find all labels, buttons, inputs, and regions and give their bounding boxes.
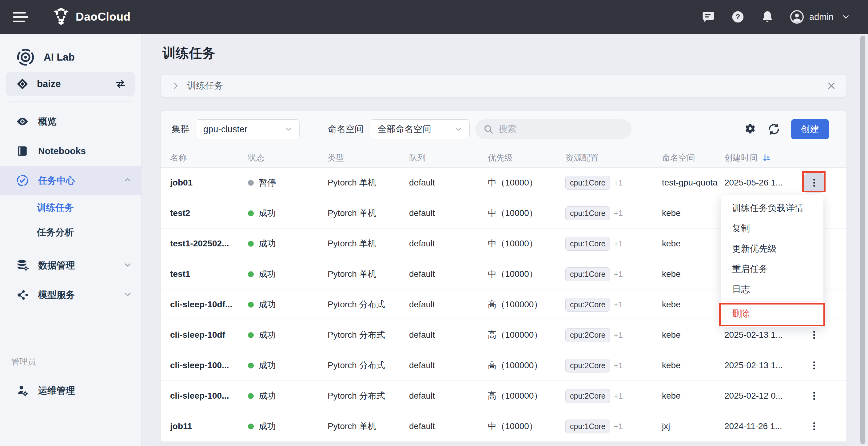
menu-item[interactable]: 训练任务负载详情 xyxy=(721,198,824,218)
status-dot-icon xyxy=(248,423,254,429)
resource-extra-count[interactable]: +1 xyxy=(614,330,623,340)
resource-extra-count[interactable]: +1 xyxy=(614,422,623,431)
eye-icon xyxy=(16,115,29,128)
switch-workspace-icon[interactable] xyxy=(114,77,127,90)
resource-chip: cpu:1Core xyxy=(565,206,610,220)
workspace-switcher[interactable]: baize xyxy=(6,72,135,96)
resource-extra-count[interactable]: +1 xyxy=(614,209,623,218)
row-actions-button[interactable] xyxy=(804,325,824,345)
user-menu[interactable]: admin xyxy=(790,10,852,24)
job-type: Pytorch 单机 xyxy=(328,238,409,250)
resource-extra-count[interactable]: +1 xyxy=(614,391,623,401)
job-name[interactable]: test2 xyxy=(170,208,248,218)
status-text: 成功 xyxy=(259,390,276,402)
sort-desc-icon[interactable] xyxy=(762,153,771,162)
sidebar-item-ops-management[interactable]: 运维管理 xyxy=(0,376,141,405)
chevron-down-icon xyxy=(284,125,292,133)
help-icon[interactable]: ? xyxy=(731,10,745,24)
row-actions-button[interactable] xyxy=(804,173,824,193)
job-created-time: 2025-02-12 0... xyxy=(724,391,796,401)
sidebar-item-training-jobs[interactable]: 训练任务 xyxy=(0,195,141,220)
table-row[interactable]: job01 暂停 Pytorch 单机 default 中（10000） cpu… xyxy=(161,168,846,198)
menu-item[interactable]: 重启任务 xyxy=(721,259,824,279)
resource-extra-count[interactable]: +1 xyxy=(614,300,623,310)
col-created-label: 创建时间 xyxy=(724,152,757,163)
menu-item-delete[interactable]: 删除 xyxy=(721,304,824,324)
feedback-icon[interactable] xyxy=(702,10,715,24)
job-created-time: 2025-02-13 1... xyxy=(724,360,796,370)
resource-extra-count[interactable]: +1 xyxy=(614,239,623,249)
col-created: 创建时间 xyxy=(724,152,796,163)
job-name[interactable]: cli-sleep-100... xyxy=(170,360,248,370)
table-row[interactable]: cli-sleep-100... 成功 Pytorch 分布式 default … xyxy=(161,350,846,381)
workspace-name: baize xyxy=(37,78,114,90)
status-text: 成功 xyxy=(259,359,276,371)
job-priority: 高（100000） xyxy=(488,299,565,310)
job-namespace: test-gpu-quota xyxy=(662,178,724,188)
chevron-down-icon xyxy=(839,10,852,24)
daocloud-cube-icon xyxy=(53,7,71,27)
job-namespace: kebe xyxy=(662,239,724,249)
resource-chip: cpu:1Core xyxy=(565,237,610,251)
menu-item[interactable]: 更新优先级 xyxy=(721,239,824,259)
table-settings-gear-icon[interactable] xyxy=(742,121,758,137)
filter-row: 集群 gpu-cluster 命名空间 全部命名空间 xyxy=(161,111,846,148)
menu-item[interactable]: 日志 xyxy=(721,279,824,299)
notifications-bell-icon[interactable] xyxy=(761,10,774,24)
namespace-label: 命名空间 xyxy=(328,123,364,135)
close-icon[interactable] xyxy=(827,81,836,90)
brand-logo[interactable]: DaoCloud xyxy=(53,7,131,27)
job-name[interactable]: cli-sleep-10df xyxy=(170,330,248,340)
breadcrumb[interactable]: 训练任务 xyxy=(161,75,846,97)
create-button[interactable]: 创建 xyxy=(791,119,829,139)
job-name[interactable]: test1 xyxy=(170,269,248,279)
vertical-scrollbar[interactable] xyxy=(860,36,865,444)
hamburger-menu-icon[interactable] xyxy=(13,10,29,24)
job-status: 成功 xyxy=(248,299,328,310)
table-row[interactable]: cli-sleep-100... 成功 Pytorch 分布式 default … xyxy=(161,381,846,411)
cluster-select-value: gpu-cluster xyxy=(203,124,247,134)
job-queue: default xyxy=(409,299,488,310)
sidebar-section-label: 管理员 xyxy=(11,356,141,367)
job-type: Pytorch 分布式 xyxy=(328,329,409,341)
sidebar-item-overview[interactable]: 概览 xyxy=(0,107,141,136)
sidebar-item-label: Notebooks xyxy=(38,146,132,156)
resource-extra-count[interactable]: +1 xyxy=(614,269,623,279)
book-icon xyxy=(16,145,29,158)
sidebar-item-job-analysis[interactable]: 任务分析 xyxy=(0,220,141,245)
cluster-select[interactable]: gpu-cluster xyxy=(196,119,300,139)
sidebar-item-task-center[interactable]: 任务中心 xyxy=(0,166,141,195)
status-text: 成功 xyxy=(259,329,276,341)
resource-extra-count[interactable]: +1 xyxy=(614,178,623,188)
job-status: 成功 xyxy=(248,359,328,371)
col-type: 类型 xyxy=(328,152,409,163)
job-name[interactable]: cli-sleep-10df... xyxy=(170,299,248,310)
job-queue: default xyxy=(409,391,488,401)
job-type: Pytorch 分布式 xyxy=(328,359,409,371)
job-name[interactable]: job01 xyxy=(170,178,248,188)
product-name: AI Lab xyxy=(44,51,75,63)
chevron-up-icon xyxy=(123,175,132,186)
row-action-menu: 训练任务负载详情复制更新优先级重启任务日志 删除 xyxy=(721,195,824,327)
row-actions-button[interactable] xyxy=(804,386,824,406)
sidebar: AI Lab baize 概览 Notebooks xyxy=(0,34,142,446)
menu-item[interactable]: 复制 xyxy=(721,218,824,239)
screen: DaoCloud ? admin xyxy=(0,0,868,446)
job-name[interactable]: job11 xyxy=(170,421,248,431)
row-actions-button[interactable] xyxy=(804,416,824,436)
table-row[interactable]: job11 成功 Pytorch 单机 default 中（10000） cpu… xyxy=(161,411,846,442)
job-name[interactable]: cli-sleep-100... xyxy=(170,391,248,401)
sidebar-item-data-management[interactable]: 数据管理 xyxy=(0,251,141,280)
sidebar-item-notebooks[interactable]: Notebooks xyxy=(0,136,141,166)
search-input[interactable]: 搜索 xyxy=(475,119,631,139)
status-dot-icon xyxy=(248,393,254,399)
job-type: Pytorch 单机 xyxy=(328,207,409,219)
job-status: 成功 xyxy=(248,238,328,250)
refresh-icon[interactable] xyxy=(766,121,782,137)
namespace-select[interactable]: 全部命名空间 xyxy=(370,119,470,139)
row-actions-button[interactable] xyxy=(804,356,824,375)
sidebar-item-model-service[interactable]: 模型服务 xyxy=(0,280,141,310)
job-name[interactable]: test1-202502... xyxy=(170,239,248,249)
resource-extra-count[interactable]: +1 xyxy=(614,361,623,370)
status-text: 成功 xyxy=(259,299,276,310)
